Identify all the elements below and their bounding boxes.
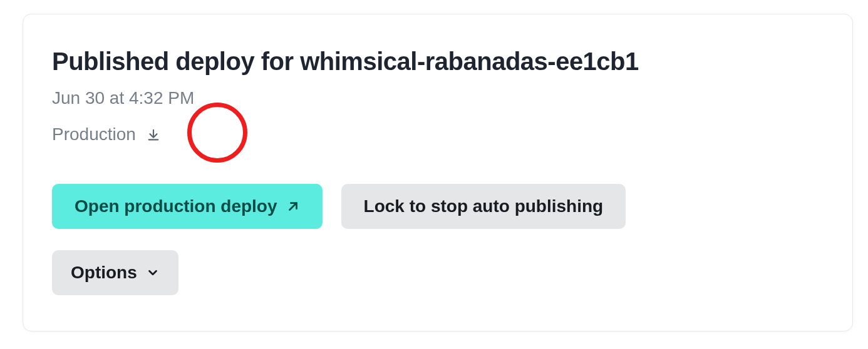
- open-production-deploy-label: Open production deploy: [75, 198, 277, 215]
- deploy-card: Published deploy for whimsical-rabanadas…: [23, 14, 853, 331]
- environment-row: Production: [52, 123, 824, 146]
- primary-actions-row: Open production deploy Lock to stop auto…: [52, 184, 824, 229]
- external-link-icon: [286, 200, 300, 213]
- deploy-timestamp: Jun 30 at 4:32 PM: [52, 87, 824, 109]
- chevron-down-icon: [146, 266, 160, 280]
- open-production-deploy-button[interactable]: Open production deploy: [52, 184, 323, 229]
- page-title: Published deploy for whimsical-rabanadas…: [52, 47, 824, 76]
- options-button[interactable]: Options: [52, 250, 178, 295]
- svg-line-2: [289, 203, 296, 210]
- environment-label: Production: [52, 123, 136, 146]
- secondary-actions-row: Options: [52, 250, 824, 295]
- lock-auto-publishing-button[interactable]: Lock to stop auto publishing: [341, 184, 626, 229]
- annotation-circle: [187, 103, 247, 163]
- lock-auto-publishing-label: Lock to stop auto publishing: [364, 198, 604, 215]
- download-icon[interactable]: [145, 126, 162, 144]
- options-label: Options: [71, 264, 137, 281]
